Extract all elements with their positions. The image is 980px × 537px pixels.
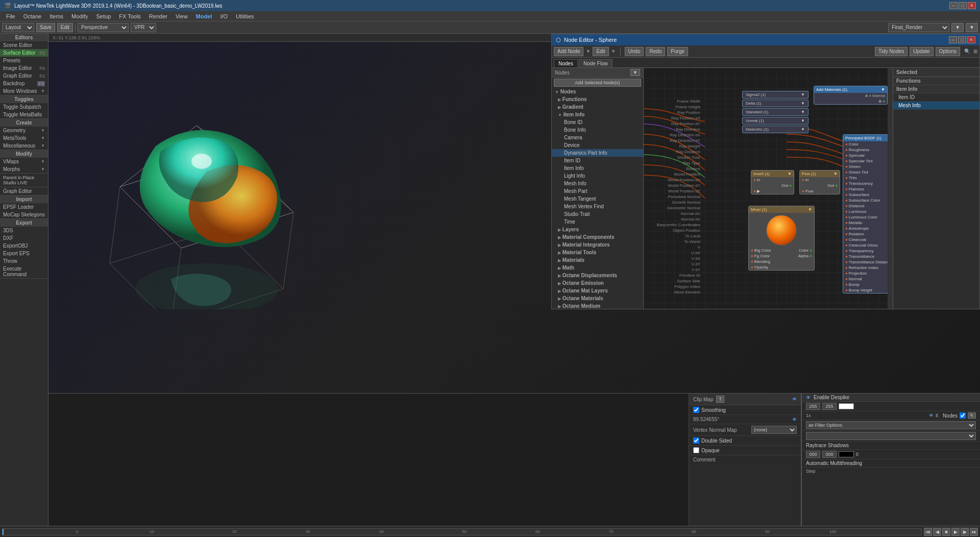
tree-dynamics-part-info[interactable]: Dynamics Part Info	[552, 149, 643, 157]
mixer-node[interactable]: Mixer (1) ▼ ●Big Color Color● ●Fg Color	[748, 206, 815, 271]
sidebar-backdrop[interactable]: Backdrop F3	[0, 80, 48, 87]
tree-mesh-info[interactable]: Mesh Info	[552, 180, 643, 187]
add-materials-node[interactable]: Add Materials (1) ▼ A● Material B●	[814, 86, 888, 105]
skip-start-btn[interactable]: ⏮	[924, 528, 932, 536]
add-node-dropdown[interactable]: ▼	[585, 48, 591, 54]
zoom-icon[interactable]: 🔍	[964, 48, 970, 54]
smoothing-checkbox[interactable]	[693, 407, 699, 413]
play-btn[interactable]: ▶	[951, 528, 960, 536]
double-sided-checkbox[interactable]	[693, 437, 699, 444]
menu-render[interactable]: Render	[145, 12, 172, 20]
tree-item-info[interactable]: ▼ Item Info	[552, 111, 643, 118]
sidebar-exportobj[interactable]: ExportOBJ	[0, 242, 48, 250]
menu-fxtools[interactable]: FX Tools	[115, 12, 145, 20]
tree-octane-medium[interactable]: ▶ Octane Medium	[552, 302, 643, 309]
sidebar-execute-command[interactable]: Execute Command	[0, 265, 48, 278]
tree-octane-mat-layers[interactable]: ▶ Octane Mat Layers	[552, 287, 643, 295]
clip-map-eye[interactable]: 👁	[792, 397, 797, 402]
sidebar-more-windows[interactable]: More Windows ▼	[0, 87, 48, 95]
smoothing-threshold-eye[interactable]: 👁	[792, 417, 797, 422]
vpr-select[interactable]: VPR	[131, 23, 156, 32]
timeline-ruler[interactable]: 0 10 20 30 40 50 60 70 80 90 100	[2, 528, 922, 535]
node-editor-close[interactable]: ✕	[967, 36, 975, 43]
tree-bone-id[interactable]: Bone ID	[552, 118, 643, 126]
tree-nodes-group[interactable]: ▼ Nodes	[552, 88, 643, 95]
color-input-1[interactable]	[806, 403, 820, 410]
principled-bsdf-node[interactable]: Principled BSDF (1) ▼ ●Color Material● ●…	[843, 134, 893, 294]
tree-material-tools[interactable]: ▶ Material Tools	[552, 249, 643, 256]
tree-camera[interactable]: Camera	[552, 134, 643, 141]
sidebar-geometry[interactable]: Geometry ▼	[0, 127, 48, 134]
menu-setup[interactable]: Setup	[92, 12, 115, 20]
render-arrow[interactable]: ▼	[951, 23, 964, 32]
vertex-normal-select[interactable]: (none)	[751, 426, 797, 434]
tree-functions[interactable]: ▶ Functions	[552, 95, 643, 103]
add-selected-node-btn[interactable]: Add Selected Node(s)	[554, 79, 641, 87]
menu-utilities[interactable]: Utilities	[232, 12, 258, 20]
sidebar-toggle-subpatch[interactable]: Toggle Subpatch	[0, 103, 48, 111]
next-frame-btn[interactable]: ▶	[961, 528, 969, 536]
tab-node-flow[interactable]: Node Flow	[579, 59, 612, 67]
menu-view[interactable]: View	[172, 12, 192, 20]
sidebar-graph-editor[interactable]: Graph Editor F2	[0, 72, 48, 80]
raytrace-select[interactable]	[806, 432, 976, 440]
selected-item-id[interactable]: Item ID	[893, 93, 979, 102]
sidebar-mocap[interactable]: MoCap Skelegons	[0, 211, 48, 218]
camera-select[interactable]: Perspective	[78, 23, 129, 32]
sidebar-dxf[interactable]: DXF	[0, 234, 48, 242]
tree-math[interactable]: ▶ Math	[552, 264, 643, 272]
sidebar-miscellaneous[interactable]: Miscellaneous ▼	[0, 142, 48, 150]
sidebar-toggle-metaballs[interactable]: Toggle MetaBalls	[0, 111, 48, 118]
invert-node[interactable]: Invert (1) ▼ ●In Out● ●▶	[751, 170, 794, 194]
pow-node[interactable]: Pow (1) ▼ ●In Out● ●Pow	[799, 170, 840, 194]
redo-button[interactable]: Redo	[646, 47, 665, 56]
node-canvas-scrollbar[interactable]	[888, 68, 893, 309]
undo-button[interactable]: Undo	[625, 47, 644, 56]
tree-material-components[interactable]: ▶ Material Components	[552, 233, 643, 241]
sidebar-graph-editor2[interactable]: Graph Editor	[0, 187, 48, 195]
tree-device[interactable]: Device	[552, 141, 643, 149]
tab-nodes[interactable]: Nodes	[554, 59, 578, 67]
stop-btn[interactable]: ■	[942, 528, 950, 536]
node-tree-options[interactable]: ▼	[630, 69, 640, 76]
tree-octane-materials[interactable]: ▶ Octane Materials	[552, 295, 643, 302]
final-render-select[interactable]: Final_Render	[888, 23, 949, 32]
sidebar-image-editor[interactable]: Image Editor F6	[0, 64, 48, 72]
tree-octane-displacements[interactable]: ▶ Octane Displacements	[552, 272, 643, 279]
raytrace-color-2[interactable]	[822, 451, 837, 458]
despike-eye[interactable]: 👁	[806, 395, 811, 400]
fit-icon[interactable]: ⊞	[973, 48, 977, 54]
tree-layers[interactable]: ▶ Layers	[552, 226, 643, 233]
sidebar-presets[interactable]: Presets	[0, 57, 48, 64]
tree-studio-trait[interactable]: Studio Trait	[552, 210, 643, 218]
maximize-button[interactable]: □	[959, 2, 967, 9]
menu-model[interactable]: Model	[192, 12, 216, 20]
color-swatch[interactable]	[839, 403, 854, 409]
sidebar-vmaps[interactable]: VMaps ▼	[0, 158, 48, 165]
node-editor-window-controls[interactable]: ─ □ ✕	[949, 36, 975, 43]
close-button[interactable]: ✕	[968, 2, 976, 9]
edit-button[interactable]: Edit	[57, 23, 73, 32]
save-button[interactable]: Save	[36, 23, 55, 32]
tree-light-info[interactable]: Light Info	[552, 172, 643, 180]
edit-dropdown[interactable]: ▼	[611, 48, 616, 54]
tree-item-info2[interactable]: Item Info	[552, 164, 643, 172]
opaque-checkbox[interactable]	[693, 447, 699, 453]
add-node-button[interactable]: Add Node	[554, 47, 583, 56]
menu-items[interactable]: Items	[45, 12, 67, 20]
tree-item-id[interactable]: Item ID	[552, 157, 643, 164]
nodes-eye[interactable]: 👁	[929, 413, 934, 418]
tree-materials[interactable]: ▶ Materials	[552, 256, 643, 264]
minimize-button[interactable]: ─	[949, 2, 958, 9]
sidebar-exporteps[interactable]: Export EPS	[0, 250, 48, 257]
raytrace-color-swatch[interactable]	[839, 451, 854, 457]
node-editor-minimize[interactable]: ─	[949, 36, 957, 43]
update-button[interactable]: Update	[910, 47, 933, 56]
tree-mesh-part[interactable]: Mesh Part	[552, 187, 643, 195]
sidebar-3ds[interactable]: 3DS	[0, 227, 48, 234]
filter-options-select[interactable]: ae Filter Options	[806, 421, 976, 429]
tree-time[interactable]: Time	[552, 218, 643, 226]
mode-select[interactable]: LayoutModeler	[2, 23, 34, 32]
sidebar-throw[interactable]: Throw	[0, 257, 48, 265]
render-arrow2[interactable]: ▼	[966, 23, 978, 32]
